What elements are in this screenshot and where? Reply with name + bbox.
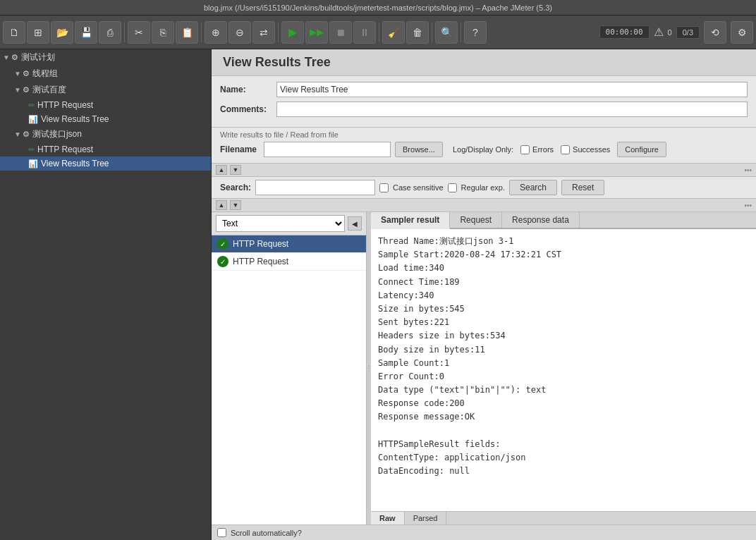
successes-label: Successes: [573, 145, 610, 154]
sidebar-item-http-request-1[interactable]: ✏ HTTP Request: [0, 98, 211, 112]
shutdown-btn[interactable]: ⏸: [353, 21, 376, 44]
regexp-label: Regular exp.: [461, 183, 505, 192]
clear-all-btn[interactable]: 🗑: [406, 21, 429, 44]
scroll-down-btn[interactable]: ▼: [230, 165, 241, 175]
toolbar-right: 00:00:00 ⚠ 0 0/3 ⟲ ⚙: [599, 21, 753, 44]
sidebar-item-test-plan[interactable]: ▼ ⚙ 测试计划: [0, 49, 211, 66]
more-options-top[interactable]: •••: [744, 166, 752, 174]
bottom-tab-raw[interactable]: Raw: [371, 512, 405, 524]
http-sample-result: HTTPSampleResult fields:: [378, 438, 749, 451]
search-label: Search:: [220, 183, 251, 192]
sep3: [278, 23, 279, 42]
save-screen-btn[interactable]: ⎙: [99, 21, 121, 44]
copy-btn[interactable]: ⎘: [152, 21, 174, 44]
scroll-up-btn2[interactable]: ▲: [216, 200, 227, 210]
successes-checkbox-group: Successes: [561, 145, 610, 154]
sidebar: ▼ ⚙ 测试计划 ▼ ⚙ 线程组 ▼ ⚙ 测试百度 ✏ HTTP Request…: [0, 49, 212, 540]
start-btn[interactable]: ▶: [281, 21, 304, 44]
more-options-bottom[interactable]: •••: [744, 202, 752, 209]
search-button[interactable]: Search: [509, 180, 557, 195]
remote-btn[interactable]: ⟲: [704, 21, 726, 44]
toggle-btn[interactable]: ⇄: [252, 21, 275, 44]
configure-button[interactable]: Configure: [617, 142, 666, 157]
data-type: Data type ("text"|"bin"|""): text: [378, 383, 749, 397]
gear-icon-test-plan: ⚙: [11, 53, 18, 62]
tab-request[interactable]: Request: [450, 212, 502, 228]
sidebar-item-test-interface[interactable]: ▼ ⚙ 测试接口json: [0, 126, 211, 142]
status-icon-2: ✓: [217, 256, 228, 267]
templates-btn[interactable]: ⊞: [27, 21, 49, 44]
stop-btn[interactable]: ⏹: [329, 21, 352, 44]
expand-arrow-test-interface: ▼: [14, 130, 21, 138]
expand-arrow-test-hundred: ▼: [14, 86, 21, 94]
scroll-area-top: ▲ ▼ •••: [212, 164, 756, 177]
response-message: Response message:OK: [378, 410, 749, 424]
file-row: Filename Browse... Log/Display Only: Err…: [220, 142, 748, 157]
search-tree-btn[interactable]: 🔍: [435, 21, 458, 44]
title-text: blog.jmx (/Users/i515190/Jenkins/buildto…: [204, 4, 552, 12]
open-btn[interactable]: 📂: [51, 21, 73, 44]
view-type-dropdown[interactable]: Text RegExp Tester CSS/JQuery Tester XPa…: [216, 215, 345, 232]
thread-name: Thread Name:测试接口json 3-1: [378, 235, 749, 248]
search-input[interactable]: [255, 180, 375, 195]
name-input[interactable]: [276, 82, 748, 97]
sidebar-item-thread-group[interactable]: ▼ ⚙ 线程组: [0, 66, 211, 82]
sent-bytes: Sent bytes:221: [378, 316, 749, 329]
browse-button[interactable]: Browse...: [395, 142, 443, 157]
new-btn[interactable]: 🗋: [3, 21, 25, 44]
expand-btn[interactable]: ⊕: [205, 21, 227, 44]
collapse-toolbar-btn[interactable]: ⊖: [228, 21, 251, 44]
result-item-1[interactable]: ✓ HTTP Request: [212, 235, 366, 253]
regexp-checkbox[interactable]: [448, 183, 457, 192]
sidebar-item-http-request-2[interactable]: ✏ HTTP Request: [0, 142, 211, 157]
errors-label: Errors: [532, 145, 554, 154]
comments-row: Comments:: [220, 102, 748, 117]
scroll-up-btn[interactable]: ▲: [216, 165, 227, 175]
expand-arrow-thread-group: ▼: [14, 70, 21, 78]
help-btn[interactable]: ?: [464, 21, 487, 44]
sidebar-item-view-results-1[interactable]: 📊 View Results Tree: [0, 112, 211, 126]
main-layout: ▼ ⚙ 测试计划 ▼ ⚙ 线程组 ▼ ⚙ 测试百度 ✏ HTTP Request…: [0, 49, 756, 540]
case-sensitive-checkbox[interactable]: [379, 183, 389, 192]
scroll-auto-checkbox[interactable]: [217, 528, 226, 537]
tab-sampler-result[interactable]: Sampler result: [371, 212, 450, 229]
tab-response-data[interactable]: Response data: [502, 212, 580, 228]
bottom-tab-parsed[interactable]: Parsed: [405, 512, 447, 524]
sidebar-label-view-results-1: View Results Tree: [41, 114, 109, 124]
filename-input[interactable]: [264, 142, 391, 157]
body-size: Body size in bytes:11: [378, 343, 749, 357]
counter-display: 0/3: [676, 26, 700, 39]
form-area: Name: Comments:: [212, 76, 756, 128]
case-sensitive-label: Case sensitive: [393, 183, 444, 192]
sample-start: Sample Start:2020-08-24 17:32:21 CST: [378, 248, 749, 262]
sidebar-item-test-hundred[interactable]: ▼ ⚙ 测试百度: [0, 82, 211, 98]
reset-button[interactable]: Reset: [561, 180, 604, 195]
paste-btn[interactable]: 📋: [176, 21, 198, 44]
content-type: ContentType: application/json: [378, 451, 749, 465]
settings-btn[interactable]: ⚙: [731, 21, 753, 44]
gear-icon-thread-group: ⚙: [23, 69, 30, 78]
save-btn[interactable]: 💾: [75, 21, 97, 44]
warning-icon: ⚠: [654, 25, 664, 39]
scroll-down-btn2[interactable]: ▼: [230, 200, 241, 210]
cut-btn[interactable]: ✂: [128, 21, 150, 44]
chart-icon-results1: 📊: [28, 115, 38, 124]
start-no-pause-btn[interactable]: ▶▶: [305, 21, 328, 44]
successes-checkbox[interactable]: [561, 145, 570, 154]
result-content: Thread Name:测试接口json 3-1 Sample Start:20…: [371, 229, 756, 511]
comments-input[interactable]: [276, 102, 748, 117]
collapse-left-btn[interactable]: ◀: [348, 216, 362, 231]
blank-line: [378, 424, 749, 438]
status-icon-1: ✓: [217, 238, 228, 250]
result-item-2[interactable]: ✓ HTTP Request: [212, 253, 366, 271]
errors-checkbox[interactable]: [520, 145, 530, 154]
log-display-label: Log/Display Only:: [453, 145, 513, 154]
title-bar: blog.jmx (/Users/i515190/Jenkins/buildto…: [0, 0, 756, 16]
result-label-1: HTTP Request: [233, 239, 288, 249]
dropdown-row: Text RegExp Tester CSS/JQuery Tester XPa…: [212, 212, 366, 235]
gear-icon-test-interface: ⚙: [23, 130, 30, 139]
sidebar-label-http-request-2: HTTP Request: [37, 145, 93, 154]
clear-btn[interactable]: 🧹: [382, 21, 405, 44]
sidebar-item-view-results-2[interactable]: 📊 View Results Tree: [0, 157, 211, 171]
search-row: Search: Case sensitive Regular exp. Sear…: [212, 177, 756, 199]
